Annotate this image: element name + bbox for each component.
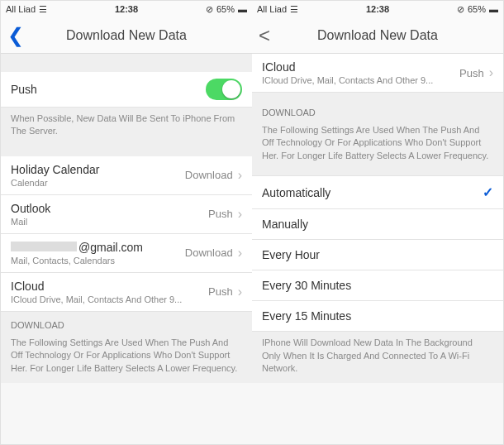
- account-subtitle: Mail: [11, 217, 50, 227]
- back-button[interactable]: ❮: [7, 24, 27, 47]
- battery-icon: ▬: [489, 4, 498, 14]
- account-mode: Push: [208, 285, 233, 298]
- download-info: The Following Settings Are Used When The…: [252, 122, 503, 175]
- option-label: Every Hour: [262, 248, 320, 261]
- account-subtitle: ICloud Drive, Mail, Contacts And Other 9…: [11, 294, 182, 304]
- carrier-label: All Liad: [257, 4, 287, 14]
- account-mode: Push: [208, 208, 233, 220]
- option-label: Every 15 Minutes: [262, 309, 351, 323]
- account-row-outlook[interactable]: Outlook Mail Push ›: [1, 195, 252, 234]
- download-footer: The Following Settings Are Used When The…: [1, 335, 252, 383]
- option-every-hour[interactable]: Every Hour: [252, 240, 503, 270]
- option-label: Automatically: [262, 186, 330, 199]
- chevron-right-icon: ›: [238, 285, 242, 299]
- download-section-header: DOWNLOAD: [1, 312, 252, 335]
- option-every-15[interactable]: Every 15 Minutes: [252, 301, 503, 332]
- time-label: 12:38: [366, 4, 389, 14]
- push-toggle-row[interactable]: Push: [1, 72, 252, 108]
- chevron-right-icon: ›: [238, 207, 242, 222]
- chevron-right-icon: ›: [489, 65, 493, 80]
- checkmark-icon: ✓: [483, 184, 493, 200]
- status-bar: All Liad ☰ 12:38 ⊘ 65% ▬: [252, 1, 503, 17]
- push-footer: When Possible, New Data Will Be Sent To …: [1, 108, 252, 146]
- push-label: Push: [11, 83, 37, 96]
- account-title: Holiday Calendar: [11, 163, 99, 176]
- phone-right-screen: All Liad ☰ 12:38 ⊘ 65% ▬ < Download New …: [252, 1, 503, 445]
- icloud-row[interactable]: ICloud ICloud Drive, Mail, Contacts And …: [252, 54, 503, 93]
- option-label: Manually: [262, 218, 308, 231]
- chevron-right-icon: ›: [238, 246, 242, 261]
- orientation-lock-icon: ⊘: [206, 4, 213, 15]
- back-button[interactable]: <: [259, 24, 278, 47]
- account-row-holiday[interactable]: Holiday Calendar Calendar Download ›: [1, 156, 252, 195]
- redacted-text: [11, 242, 77, 251]
- battery-icon: ▬: [238, 4, 247, 14]
- wifi-icon: ☰: [290, 4, 298, 15]
- wifi-icon: ☰: [39, 4, 47, 15]
- phone-left-screen: All Liad ☰ 12:38 ⊘ 65% ▬ ❮ Download New …: [1, 1, 252, 445]
- status-bar: All Liad ☰ 12:38 ⊘ 65% ▬: [1, 1, 252, 17]
- account-subtitle: Mail, Contacts, Calendars: [11, 256, 143, 266]
- icloud-mode: Push: [459, 67, 484, 79]
- page-title: Download New Data: [278, 28, 477, 43]
- push-toggle[interactable]: [206, 79, 242, 100]
- account-row-icloud[interactable]: ICloud ICloud Drive, Mail, Contacts And …: [1, 273, 252, 312]
- option-manually[interactable]: Manually: [252, 209, 503, 240]
- account-row-gmail[interactable]: @gmail.com Mail, Contacts, Calendars Dow…: [1, 234, 252, 273]
- account-title: ICloud: [11, 280, 182, 293]
- option-label: Every 30 Minutes: [262, 279, 351, 292]
- fetch-footer: IPhone Will Download New Data In The Bac…: [252, 332, 503, 383]
- option-every-30[interactable]: Every 30 Minutes: [252, 270, 503, 301]
- option-automatically[interactable]: Automatically ✓: [252, 175, 503, 209]
- carrier-label: All Liad: [6, 4, 36, 14]
- account-title: @gmail.com: [11, 241, 143, 254]
- download-section-header: DOWNLOAD: [252, 93, 503, 122]
- chevron-right-icon: ›: [238, 168, 242, 183]
- icloud-title: ICloud: [262, 60, 433, 74]
- orientation-lock-icon: ⊘: [457, 4, 464, 15]
- battery-label: 65%: [468, 4, 486, 14]
- nav-header: < Download New Data: [252, 17, 503, 54]
- account-subtitle: Calendar: [11, 178, 99, 188]
- time-label: 12:38: [115, 4, 138, 14]
- page-title: Download New Data: [27, 28, 226, 43]
- nav-header: ❮ Download New Data: [1, 17, 252, 54]
- battery-label: 65%: [216, 4, 235, 14]
- account-title: Outlook: [11, 202, 50, 215]
- account-mode: Download: [185, 169, 233, 181]
- icloud-subtitle: ICloud Drive, Mail, Contacts And Other 9…: [262, 75, 433, 85]
- account-mode: Download: [185, 246, 233, 259]
